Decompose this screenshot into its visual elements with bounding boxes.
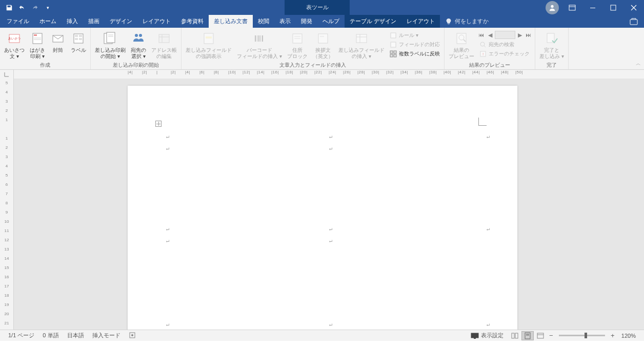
- tab-table-design[interactable]: テーブル デザイン: [345, 15, 401, 28]
- svg-rect-41: [356, 34, 367, 43]
- tab-references[interactable]: 参考資料: [176, 15, 209, 28]
- page-count[interactable]: 1/1 ページ: [4, 332, 38, 339]
- svg-rect-67: [537, 333, 544, 338]
- label-button[interactable]: ラベル: [69, 30, 88, 54]
- last-record-button: ⏭: [525, 31, 533, 39]
- ribbon-group-finish: 完了と 差し込み ▾ 完了: [535, 28, 569, 69]
- postcard-button[interactable]: はがき 印刷 ▾: [28, 30, 47, 61]
- edit-recipients-button: アドレス帳 の編集: [149, 30, 179, 61]
- table-tools-label: 表ツール: [285, 0, 350, 15]
- paragraph-mark: ↵: [166, 145, 170, 151]
- match-fields-button: フィールドの対応: [388, 40, 442, 49]
- tab-draw[interactable]: 描画: [83, 15, 105, 28]
- paragraph-mark: ↵: [329, 145, 333, 151]
- next-record-button: ▶: [516, 31, 524, 39]
- tell-me-search[interactable]: 何をしますか: [440, 15, 494, 28]
- svg-text:!: !: [482, 52, 484, 56]
- quick-access-toolbar: ▾: [0, 2, 54, 14]
- collapse-ribbon-button[interactable]: ︿: [636, 60, 641, 67]
- table-corner-mark: [478, 118, 487, 126]
- svg-point-24: [135, 34, 138, 37]
- ribbon-tabs: ファイル ホーム 挿入 描画 デザイン レイアウト 参考資料 差し込み文書 校閲…: [0, 15, 644, 28]
- table-move-handle[interactable]: [155, 121, 162, 127]
- horizontal-ruler[interactable]: |4| |2| | |2| |4| |6| |8| |10| |12| |14|…: [14, 70, 644, 79]
- zoom-level[interactable]: 120%: [617, 333, 640, 339]
- svg-point-0: [551, 5, 553, 7]
- svg-rect-30: [206, 36, 212, 39]
- highlight-fields-button: 差し込みフィールド の強調表示: [184, 30, 234, 61]
- update-labels-button[interactable]: 複数ラベルに反映: [388, 49, 442, 59]
- tab-table-layout[interactable]: レイアウト: [401, 15, 440, 28]
- document-area[interactable]: ↵↵↵↵↵↵↵↵↵↵↵↵↵: [14, 79, 644, 330]
- zoom-in-button[interactable]: +: [609, 332, 616, 339]
- ribbon-display-button[interactable]: [562, 0, 582, 15]
- paragraph-mark: ↵: [329, 225, 333, 232]
- undo-button[interactable]: [16, 2, 28, 14]
- vertical-ruler[interactable]: 5432112345678910111213141516171819202122…: [0, 79, 14, 330]
- maximize-button[interactable]: [603, 0, 623, 15]
- page[interactable]: ↵↵↵↵↵↵↵↵↵↵↵↵↵: [128, 86, 517, 330]
- tab-home[interactable]: ホーム: [34, 15, 62, 28]
- paragraph-mark: ↵: [166, 321, 170, 328]
- display-settings-button[interactable]: 表示設定: [467, 332, 508, 339]
- svg-rect-7: [630, 20, 637, 25]
- tab-view[interactable]: 表示: [274, 15, 296, 28]
- tab-design[interactable]: デザイン: [105, 15, 137, 28]
- svg-rect-11: [34, 34, 37, 36]
- paragraph-mark: ↵: [487, 133, 490, 140]
- language-indicator[interactable]: 日本語: [63, 332, 88, 339]
- zoom-slider[interactable]: [559, 335, 605, 336]
- svg-point-59: [131, 334, 133, 336]
- zoom-thumb[interactable]: [585, 333, 587, 338]
- check-errors-button: !エラーのチェック: [477, 49, 533, 59]
- find-recipient-button: 宛先の検索: [477, 40, 533, 49]
- paragraph-mark: ↵: [329, 133, 333, 140]
- svg-rect-4: [611, 5, 616, 10]
- address-block-button: 住所 ブロック: [285, 30, 310, 61]
- minimize-button[interactable]: [582, 0, 603, 15]
- svg-rect-33: [258, 35, 259, 42]
- tab-mailings[interactable]: 差し込み文書: [209, 15, 253, 28]
- tab-file[interactable]: ファイル: [2, 15, 34, 28]
- redo-button[interactable]: [29, 2, 41, 14]
- finish-merge-button: 完了と 差し込み ▾: [537, 30, 566, 61]
- insert-mode[interactable]: 挿入モード: [88, 332, 125, 339]
- svg-rect-63: [515, 333, 518, 338]
- select-recipients-button[interactable]: 宛先の 選択 ▾: [129, 30, 148, 61]
- start-merge-button[interactable]: 差し込み印刷 の開始 ▾: [93, 30, 128, 61]
- tab-review[interactable]: 校閲: [253, 15, 274, 28]
- save-button[interactable]: [3, 2, 15, 14]
- macro-indicator[interactable]: [125, 332, 140, 340]
- insert-merge-field-button: 差し込みフィールド の挿入 ▾: [336, 30, 387, 61]
- tab-insert[interactable]: 挿入: [62, 15, 83, 28]
- tab-layout[interactable]: レイアウト: [137, 15, 176, 28]
- svg-point-53: [480, 42, 485, 46]
- tab-help[interactable]: ヘルプ: [317, 15, 345, 28]
- envelope-button[interactable]: 封筒: [48, 30, 68, 54]
- record-number-field: [495, 31, 515, 39]
- svg-rect-32: [257, 35, 257, 42]
- ribbon-group-fields: 差し込みフィールド の強調表示 バーコード フィールドの挿入 ▾ 住所 ブロック…: [182, 28, 445, 69]
- share-button[interactable]: [623, 15, 644, 28]
- preview-results-button: 結果の プレビュー: [447, 30, 476, 61]
- svg-rect-16: [75, 35, 78, 37]
- print-layout-button[interactable]: [521, 331, 534, 340]
- svg-line-54: [484, 46, 486, 47]
- qat-customize-button[interactable]: ▾: [42, 2, 54, 14]
- ribbon-group-start: 差し込み印刷 の開始 ▾ 宛先の 選択 ▾ アドレス帳 の編集 差し込み印刷の開…: [91, 28, 182, 69]
- workspace: 5432112345678910111213141516171819202122…: [0, 79, 644, 330]
- tab-developer[interactable]: 開発: [296, 15, 317, 28]
- user-account-button[interactable]: [546, 1, 559, 14]
- zoom-out-button[interactable]: −: [548, 332, 555, 339]
- web-layout-button[interactable]: [534, 331, 547, 340]
- read-mode-button[interactable]: [509, 331, 521, 340]
- svg-rect-31: [255, 35, 256, 42]
- ruler-area: |4| |2| | |2| |4| |6| |8| |10| |12| |14|…: [0, 70, 644, 79]
- greeting-line-button: 挨拶文 （英文）: [311, 30, 335, 61]
- paragraph-mark: ↵: [166, 133, 170, 140]
- word-count[interactable]: 0 単語: [38, 332, 63, 339]
- close-button[interactable]: [623, 0, 644, 15]
- ruler-corner[interactable]: [0, 70, 14, 79]
- ribbon-group-create: あいさつあいさつ 文 ▾ はがき 印刷 ▾ 封筒 ラベル 作成: [0, 28, 91, 69]
- greeting-button[interactable]: あいさつあいさつ 文 ▾: [2, 30, 27, 61]
